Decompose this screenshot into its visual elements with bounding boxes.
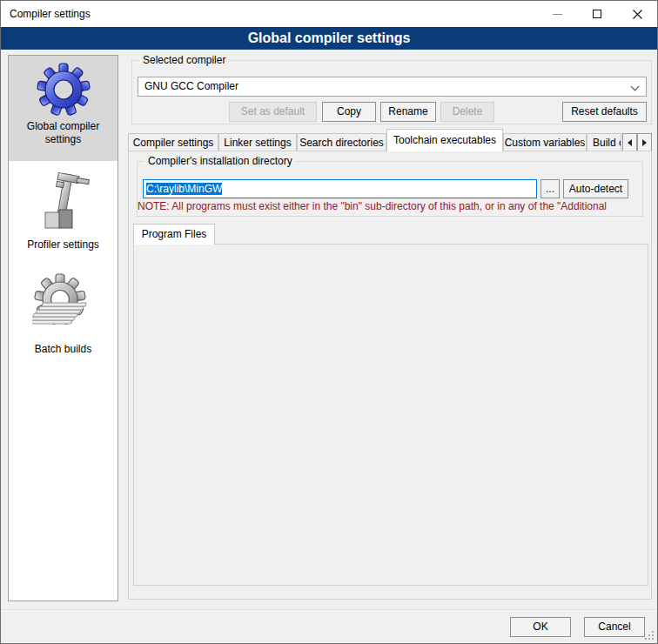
tab-toolchain-executables[interactable]: Toolchain executables (386, 129, 503, 151)
resize-grip[interactable] (644, 630, 655, 641)
sidebar-item-label: Batch builds (9, 341, 118, 361)
installation-directory-input[interactable]: C:\raylib\MinGW (143, 179, 537, 198)
maximize-button[interactable] (577, 1, 617, 27)
close-button[interactable] (617, 1, 657, 27)
chevron-down-icon (631, 83, 640, 91)
maximize-icon (593, 10, 601, 18)
compiler-settings-dialog: Compiler settings Global compiler settin… (0, 0, 658, 644)
sidebar-item-label: Profiler settings (9, 237, 118, 257)
subtab-program-files[interactable]: Program Files (133, 224, 215, 245)
close-icon (632, 9, 643, 20)
window-controls (537, 1, 657, 27)
tab-linker-settings[interactable]: Linker settings (218, 133, 297, 151)
arrow-right-icon (642, 139, 647, 146)
program-files-page (133, 244, 648, 586)
settings-category-list: Global compiler settings Profiler se (8, 55, 118, 601)
tab-custom-variables[interactable]: Custom variables (503, 133, 587, 151)
sidebar-item-label: Global compiler settings (9, 118, 118, 151)
tab-compiler-settings[interactable]: Compiler settings (128, 133, 218, 151)
auto-detect-button[interactable]: Auto-detect (563, 179, 628, 198)
caliper-icon (37, 171, 91, 235)
tab-search-directories[interactable]: Search directories (297, 133, 386, 151)
set-as-default-button[interactable]: Set as default (229, 102, 317, 122)
window-title: Compiler settings (10, 1, 91, 27)
selected-compiler-combobox[interactable]: GNU GCC Compiler (138, 77, 647, 97)
dialog-banner-title: Global compiler settings (1, 27, 657, 50)
sidebar-item-global-compiler-settings[interactable]: Global compiler settings (9, 56, 118, 161)
sidebar-item-batch-builds[interactable]: Batch builds (9, 266, 118, 362)
cancel-button[interactable]: Cancel (584, 617, 645, 637)
reset-defaults-button[interactable]: Reset defaults (562, 102, 647, 122)
footer-divider-highlight (1, 610, 658, 611)
ok-button[interactable]: OK (510, 617, 571, 637)
rename-button[interactable]: Rename (380, 102, 436, 122)
copy-button[interactable]: Copy (322, 102, 376, 122)
delete-button[interactable]: Delete (440, 102, 494, 122)
selected-compiler-group-label: Selected compiler (139, 54, 229, 66)
arrow-left-icon (628, 139, 632, 146)
selected-compiler-value: GNU GCC Compiler (144, 80, 238, 92)
installation-directory-group-label: Compiler's installation directory (144, 155, 296, 167)
titlebar: Compiler settings (1, 1, 657, 27)
tab-scroll-right-button[interactable] (637, 133, 652, 151)
installation-directory-browse-button[interactable]: ... (540, 179, 560, 198)
installation-directory-value: C:\raylib\MinGW (146, 183, 222, 195)
gray-gear-stack-icon (32, 272, 95, 339)
tab-build-options[interactable]: Build options (587, 133, 621, 151)
installation-note-text: NOTE: All programs must exist either in … (138, 200, 651, 212)
minimize-icon (553, 14, 562, 15)
sidebar-item-profiler-settings[interactable]: Profiler settings (9, 165, 118, 252)
minimize-button[interactable] (537, 1, 577, 27)
tab-scroll-left-button[interactable] (622, 133, 637, 151)
blue-gear-icon (36, 61, 91, 117)
